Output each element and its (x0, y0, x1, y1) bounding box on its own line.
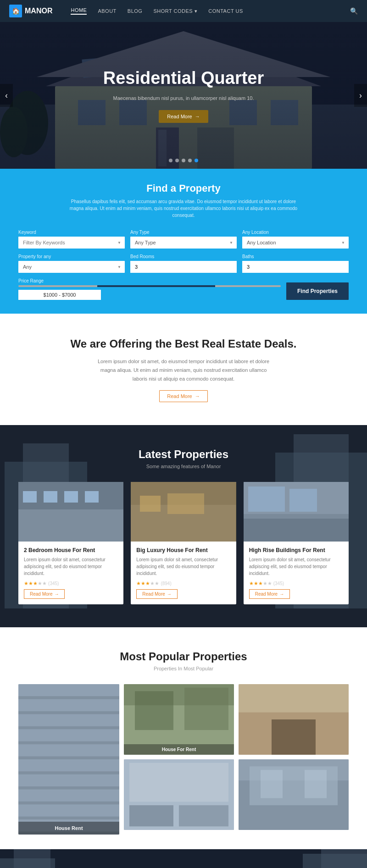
popular-image-mid-top[interactable]: House For Rent (124, 684, 234, 755)
property-card-1: 2 Bedroom House For Rent Lorem ipsum dol… (18, 482, 123, 604)
popular-label-large: House Rent (18, 822, 119, 835)
property-card-2: Big Luxury House For Rent Lorem ipsum do… (131, 482, 236, 604)
svg-rect-39 (18, 714, 119, 726)
hero-dot-2[interactable] (175, 159, 179, 162)
location-label: Any Location (242, 230, 349, 235)
svg-rect-58 (272, 719, 316, 755)
hero-prev-button[interactable]: ‹ (0, 84, 13, 107)
popular-mid-col: House For Rent (124, 684, 234, 830)
hero-section: ‹ Residential Quarter Maecenas bibendum … (0, 22, 367, 169)
svg-rect-25 (64, 491, 78, 503)
hero-dots (169, 159, 198, 162)
svg-rect-42 (18, 759, 119, 771)
svg-rect-38 (18, 699, 119, 711)
latest-section: Latest Properties Some amazing features … (0, 425, 367, 627)
svg-rect-44 (18, 790, 119, 802)
type-label: Any Type (130, 230, 237, 235)
nav-shortcodes[interactable]: SHORT CODES ▾ (153, 8, 197, 14)
nav-links: HOME ABOUT BLOG SHORT CODES ▾ CONTACT US (71, 7, 350, 15)
baths-field: Baths (242, 254, 349, 273)
nav-about[interactable]: ABOUT (98, 8, 116, 14)
svg-rect-40 (18, 730, 119, 741)
svg-rect-49 (135, 691, 173, 730)
hero-subtitle: Maecenas bibendum nisl purus, in ullamco… (103, 94, 264, 102)
nav-blog[interactable]: BLOG (128, 8, 143, 14)
price-range-label: Price Range (18, 278, 281, 283)
property-stars-3: ★★★★★ (345) (249, 581, 343, 586)
search-description: Phasellus dapibus felis elit, sed accums… (69, 198, 298, 219)
svg-rect-22 (18, 509, 123, 542)
svg-rect-43 (18, 774, 119, 786)
keyword-field: Keyword (18, 230, 125, 249)
hero-btn-arrow: → (195, 114, 200, 119)
hero-content: Residential Quarter Maecenas bibendum ni… (103, 68, 264, 123)
hero-title: Residential Quarter (103, 68, 264, 89)
property-read-more-1[interactable]: Read More → (24, 589, 65, 599)
property-rating-1: (345) (48, 581, 59, 586)
hero-dot-4[interactable] (188, 159, 192, 162)
popular-section: Most Popular Properties Properties In Mo… (0, 627, 367, 849)
svg-rect-30 (167, 493, 204, 514)
latest-subtitle: Some amazing features of Manor (18, 464, 349, 469)
hero-dot-1[interactable] (169, 159, 172, 162)
popular-image-right-bottom[interactable] (239, 759, 349, 830)
location-field: Any Location Any Location (242, 230, 349, 249)
nav-contact[interactable]: CONTACT US (208, 8, 243, 14)
property-name-2: Big Luxury House For Rent (136, 547, 230, 553)
find-properties-button[interactable]: Find Properties (286, 282, 349, 300)
type-field: Any Type Any Type (130, 230, 237, 249)
svg-rect-24 (44, 491, 57, 503)
property-stars-1: ★★★★★ (345) (24, 581, 118, 586)
svg-rect-63 (305, 770, 327, 798)
svg-rect-45 (18, 805, 119, 817)
svg-rect-50 (184, 688, 228, 730)
popular-subtitle: Properties In Most Popular (18, 666, 349, 671)
search-icon[interactable]: 🔍 (350, 7, 358, 15)
property-image-1 (18, 482, 123, 542)
popular-image-large[interactable]: House Rent (18, 684, 119, 835)
type-select[interactable]: Any Type (130, 237, 237, 249)
property-select[interactable]: Any (18, 261, 125, 273)
svg-rect-69 (321, 849, 367, 868)
property-read-more-label-2: Read More (142, 592, 165, 597)
property-rating-2: (894) (161, 581, 171, 586)
property-desc-1: Lorem ipsum dolor sit amet, consectetur … (24, 556, 118, 577)
overview-section: Overview 😊 15500 Happy Clients 🏷 18 Sale… (0, 849, 367, 868)
svg-rect-34 (289, 489, 317, 512)
keyword-input[interactable] (18, 237, 125, 249)
brand-name: MANOR (25, 7, 52, 15)
deals-read-more-button[interactable]: Read More → (159, 390, 207, 402)
property-body-3: High Rise Buildings For Rent Lorem ipsum… (244, 542, 349, 604)
property-stars-2: ★★★★★ (894) (136, 581, 230, 586)
brand[interactable]: 🏠 MANOR (9, 5, 52, 17)
price-range-field: Price Range $1000 - $7000 (18, 278, 281, 300)
popular-image-right-top[interactable] (239, 684, 349, 755)
keyword-label: Keyword (18, 230, 125, 235)
property-read-more-3[interactable]: Read More → (249, 589, 290, 599)
deals-btn-label: Read More (167, 393, 192, 399)
bedrooms-input[interactable] (130, 261, 237, 273)
price-range-slider[interactable] (18, 285, 281, 287)
svg-rect-62 (261, 770, 283, 798)
baths-input[interactable] (242, 261, 349, 273)
nav-home[interactable]: HOME (71, 7, 87, 15)
hero-dot-3[interactable] (182, 159, 185, 162)
search-title: Find a Property (18, 182, 349, 194)
hero-btn-label: Read More (167, 114, 192, 119)
property-read-more-label-3: Read More (255, 592, 278, 597)
navbar: 🏠 MANOR HOME ABOUT BLOG SHORT CODES ▾ CO… (0, 0, 367, 22)
svg-rect-23 (23, 491, 37, 503)
hero-read-more-button[interactable]: Read More → (159, 110, 208, 123)
hero-next-button[interactable]: › (354, 84, 367, 107)
search-section: Find a Property Phasellus dapibus felis … (0, 169, 367, 314)
svg-rect-41 (18, 744, 119, 756)
popular-image-mid-bottom[interactable] (124, 759, 234, 830)
popular-grid: House Rent House For Rent (18, 684, 349, 826)
search-row-3: Price Range $1000 - $7000 Find Propertie… (18, 278, 349, 300)
hero-dot-5[interactable] (195, 159, 198, 162)
svg-rect-37 (18, 684, 119, 696)
svg-rect-33 (248, 487, 285, 512)
location-select[interactable]: Any Location (242, 237, 349, 249)
property-read-more-2[interactable]: Read More → (136, 589, 177, 599)
search-row-2: Property for any Any Bed Rooms Baths (18, 254, 349, 273)
